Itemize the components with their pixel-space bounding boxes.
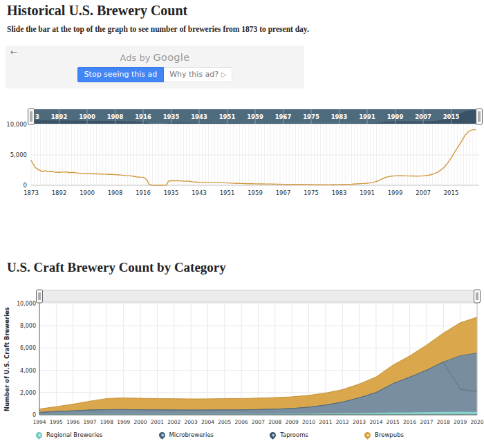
svg-text:2005: 2005: [218, 419, 231, 425]
svg-text:2004: 2004: [201, 419, 214, 425]
svg-text:2009: 2009: [286, 419, 299, 425]
svg-text:1997: 1997: [83, 419, 96, 425]
svg-text:2001: 2001: [151, 419, 164, 425]
svg-text:1967: 1967: [276, 189, 291, 196]
slider-handle-left[interactable]: [37, 290, 43, 303]
craft-brewery-category-chart: 02,0004,0006,0008,00010,0001994199519961…: [0, 286, 484, 431]
legend-item-taprooms[interactable]: Taprooms: [270, 431, 308, 438]
svg-text:10,000: 10,000: [6, 121, 27, 128]
svg-text:1900: 1900: [80, 189, 95, 196]
page-subtitle: Slide the bar at the top of the graph to…: [7, 25, 309, 33]
svg-text:6,000: 6,000: [20, 345, 36, 351]
y-axis-title: Number of U.S. Craft Breweries: [3, 307, 10, 411]
svg-text:2000: 2000: [134, 419, 147, 425]
adchoices-icon: ▷: [221, 71, 227, 78]
map-pin-icon: [363, 431, 372, 440]
map-pin-icon: [35, 431, 44, 440]
svg-text:2,000: 2,000: [20, 390, 36, 396]
svg-text:1892: 1892: [51, 113, 68, 120]
svg-text:1900: 1900: [79, 113, 95, 120]
svg-text:1994: 1994: [32, 419, 46, 425]
legend-label: Taprooms: [280, 431, 308, 438]
svg-text:2003: 2003: [185, 419, 198, 425]
svg-text:2018: 2018: [437, 419, 450, 425]
map-pin-icon: [158, 431, 167, 440]
svg-text:5,000: 5,000: [10, 151, 27, 158]
svg-text:2002: 2002: [167, 419, 180, 425]
svg-text:2008: 2008: [268, 419, 281, 425]
svg-text:2007: 2007: [252, 419, 265, 425]
svg-text:10,000: 10,000: [17, 301, 36, 307]
legend-item-brewpubs[interactable]: Brewpubs: [364, 431, 404, 438]
svg-text:2010: 2010: [302, 419, 315, 425]
svg-text:1999: 1999: [117, 419, 130, 425]
navigator-handle-right[interactable]: [476, 109, 483, 124]
svg-text:1975: 1975: [303, 113, 319, 120]
navigator-handle-left[interactable]: [28, 109, 35, 124]
svg-text:2019: 2019: [454, 419, 467, 425]
chart-legend: Regional BreweriesMicrobreweriesTaprooms…: [36, 431, 404, 438]
svg-text:1959: 1959: [248, 189, 263, 196]
svg-text:1959: 1959: [247, 113, 263, 120]
svg-text:2014: 2014: [369, 419, 382, 425]
svg-text:2011: 2011: [319, 419, 332, 425]
svg-text:1916: 1916: [136, 189, 151, 196]
stop-seeing-ad-button[interactable]: Stop seeing this ad: [77, 67, 165, 82]
svg-text:0: 0: [32, 412, 36, 418]
svg-text:8,000: 8,000: [20, 323, 36, 329]
svg-text:2013: 2013: [353, 419, 366, 425]
svg-text:1996: 1996: [66, 419, 80, 425]
svg-text:1951: 1951: [219, 113, 236, 120]
svg-text:2016: 2016: [403, 419, 416, 425]
chart2-range-slider[interactable]: [37, 290, 481, 303]
legend-label: Regional Breweries: [46, 431, 102, 438]
svg-text:2007: 2007: [416, 189, 431, 196]
legend-item-microbreweries[interactable]: Microbreweries: [159, 431, 214, 438]
legend-item-regional-breweries[interactable]: Regional Breweries: [36, 431, 102, 438]
legend-label: Brewpubs: [375, 431, 404, 438]
svg-text:0: 0: [24, 182, 27, 189]
svg-text:1916: 1916: [135, 113, 151, 120]
svg-text:1999: 1999: [388, 189, 403, 196]
svg-text:1991: 1991: [360, 189, 375, 196]
google-logo: Google: [153, 52, 189, 63]
svg-text:1998: 1998: [100, 419, 113, 425]
svg-text:1908: 1908: [108, 189, 123, 196]
legend-label: Microbreweries: [169, 431, 214, 438]
svg-text:1943: 1943: [192, 189, 207, 196]
svg-text:2015: 2015: [387, 419, 400, 425]
historical-brewery-chart: 1873189219001908191619351943195119591967…: [0, 106, 484, 209]
svg-text:2015: 2015: [443, 113, 460, 120]
ads-by-google-label: Ads by Google: [6, 52, 304, 63]
svg-text:2015: 2015: [444, 189, 459, 196]
svg-text:4,000: 4,000: [20, 368, 36, 374]
svg-text:1873: 1873: [24, 189, 39, 196]
svg-text:1943: 1943: [191, 113, 207, 120]
slider-handle-right[interactable]: [474, 290, 481, 303]
svg-text:1983: 1983: [331, 113, 348, 120]
svg-text:1975: 1975: [304, 189, 319, 196]
section2-title: U.S. Craft Brewery Count by Category: [7, 260, 226, 275]
svg-text:2007: 2007: [415, 113, 431, 120]
svg-text:2006: 2006: [235, 419, 248, 425]
chart1-navigator[interactable]: 1873189219001908191619351943195119591967…: [23, 109, 482, 124]
svg-text:1967: 1967: [275, 113, 292, 120]
svg-text:1935: 1935: [164, 189, 179, 196]
page-title: Historical U.S. Brewery Count: [7, 3, 187, 19]
ad-button-row: Stop seeing this ad Why this ad? ▷: [6, 67, 304, 82]
svg-text:1983: 1983: [332, 189, 347, 196]
map-pin-icon: [268, 431, 277, 440]
svg-text:1951: 1951: [220, 189, 235, 196]
svg-text:1995: 1995: [50, 419, 63, 425]
ad-banner: ← Ads by Google Stop seeing this ad Why …: [6, 46, 304, 88]
svg-text:1935: 1935: [163, 113, 180, 120]
svg-text:2012: 2012: [336, 419, 349, 425]
brewery-count-line: [31, 130, 476, 186]
svg-text:1991: 1991: [359, 113, 375, 120]
svg-text:2017: 2017: [420, 419, 433, 425]
svg-text:1892: 1892: [52, 189, 67, 196]
svg-text:1908: 1908: [107, 113, 124, 120]
svg-text:2020: 2020: [470, 419, 483, 425]
why-this-ad-button[interactable]: Why this ad? ▷: [164, 67, 232, 82]
svg-text:1999: 1999: [387, 113, 404, 120]
